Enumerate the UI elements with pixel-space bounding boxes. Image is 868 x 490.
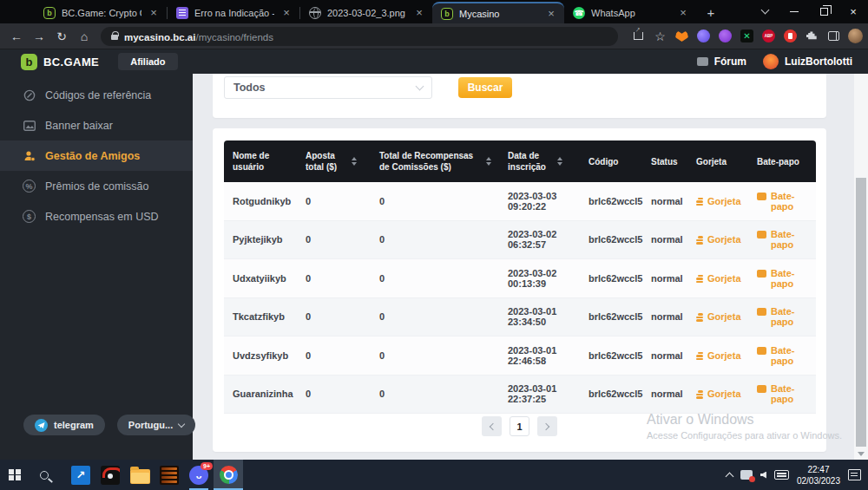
- tab-mycasino-active[interactable]: b Mycasino ×: [432, 2, 564, 23]
- tab-bcgame-home[interactable]: b BC.Game: Crypto Casino Gam ×: [35, 2, 167, 23]
- sort-icon[interactable]: [352, 157, 357, 166]
- current-page-button[interactable]: 1: [510, 416, 529, 436]
- taskbar-stripes-app[interactable]: [155, 460, 184, 490]
- scrollbar-down-arrow-icon[interactable]: [858, 452, 865, 456]
- tip-link[interactable]: Gorjeta: [696, 350, 757, 361]
- buscar-button[interactable]: Buscar: [458, 77, 512, 98]
- remote-app-icon: ↗: [71, 466, 90, 485]
- restore-button[interactable]: [809, 0, 838, 23]
- tab-strip: b BC.Game: Crypto Casino Gam × Erro na I…: [0, 0, 868, 23]
- chat-link[interactable]: Bate-papo: [757, 383, 816, 404]
- new-tab-button[interactable]: +: [703, 4, 719, 20]
- back-icon[interactable]: ←: [5, 29, 28, 43]
- forward-icon[interactable]: →: [28, 29, 50, 43]
- tab-close-icon[interactable]: ×: [148, 7, 160, 19]
- bcgame-logo-icon[interactable]: b: [21, 54, 37, 70]
- forum-link[interactable]: Fórum: [714, 56, 746, 68]
- tab-close-icon[interactable]: ×: [677, 7, 689, 19]
- site-logo-text[interactable]: BC.GAME: [43, 56, 99, 69]
- tab-title: BC.Game: Crypto Casino Gam: [62, 8, 141, 18]
- reload-icon[interactable]: ↻: [50, 29, 73, 43]
- cell-bet-total: 0: [306, 389, 379, 399]
- coin-icon: [696, 390, 703, 399]
- filter-dropdown[interactable]: Todos: [224, 76, 432, 99]
- column-header: Status: [651, 156, 678, 167]
- address-bar[interactable]: mycasino.bc.ai/mycasino/friends: [101, 27, 618, 46]
- tab-png-image[interactable]: 2023-03-02_3.png (1024×76 ×: [300, 2, 432, 23]
- sort-icon[interactable]: [557, 157, 562, 166]
- percent-icon: %: [23, 180, 36, 193]
- extension-red-icon[interactable]: [782, 28, 799, 44]
- taskbar-clock[interactable]: 22:47 02/03/2023: [797, 464, 840, 487]
- coin-icon: [696, 198, 703, 206]
- tip-link[interactable]: Gorjeta: [696, 196, 757, 206]
- extensions-puzzle-icon[interactable]: [804, 28, 820, 44]
- sidebar-item-recompensas-usd[interactable]: $ Recompensas em USD: [0, 201, 193, 232]
- sidebar-item-banner-baixar[interactable]: Banner baixar: [0, 110, 193, 140]
- tip-link[interactable]: Gorjeta: [696, 311, 757, 322]
- bookmark-star-icon[interactable]: ☆: [652, 28, 668, 44]
- profile-avatar[interactable]: [847, 28, 864, 44]
- close-button[interactable]: ×: [838, 0, 868, 23]
- language-selector[interactable]: Portugu...: [117, 415, 195, 435]
- tray-chevron-up-icon[interactable]: [725, 472, 733, 480]
- page-scrollbar[interactable]: [854, 74, 868, 460]
- afiliado-button[interactable]: Afiliado: [118, 53, 177, 70]
- tab-title: 2023-03-02_3.png (1024×76: [327, 8, 407, 18]
- chat-link[interactable]: Bate-papo: [757, 306, 816, 327]
- prev-page-button[interactable]: [482, 416, 502, 436]
- tip-link[interactable]: Gorjeta: [696, 389, 757, 399]
- taskbar-discord[interactable]: ᴗ9+: [184, 460, 214, 490]
- tray-app-alert-icon[interactable]: [740, 470, 753, 480]
- filter-card: Todos Buscar: [213, 74, 826, 118]
- tab-close-icon[interactable]: ×: [413, 7, 425, 19]
- tab-erro-indicacao[interactable]: Erro na Indicação - BC.Game ×: [168, 2, 299, 23]
- taskbar-search-button[interactable]: [30, 460, 59, 490]
- chat-link[interactable]: Bate-papo: [757, 229, 816, 250]
- taskbar-chrome-active[interactable]: [214, 460, 243, 490]
- taskbar-game-app[interactable]: [95, 460, 125, 490]
- keyboard-icon[interactable]: [774, 470, 789, 480]
- start-button[interactable]: [0, 460, 30, 490]
- tab-search-chevron-icon[interactable]: [750, 0, 779, 23]
- minimize-button[interactable]: [779, 0, 809, 23]
- username-label[interactable]: LuizBortolotti: [785, 56, 852, 68]
- volume-icon[interactable]: [760, 472, 766, 479]
- chevron-down-icon: [416, 82, 424, 90]
- action-center-icon[interactable]: [848, 469, 861, 480]
- tip-link[interactable]: Gorjeta: [696, 273, 757, 284]
- page-viewport: b BC.GAME Afiliado Fórum LuizBortolotti …: [0, 49, 868, 460]
- tab-close-icon[interactable]: ×: [280, 7, 293, 19]
- search-icon: [40, 471, 49, 480]
- extension-purple2-icon[interactable]: [717, 28, 733, 44]
- tab-title: WhatsApp: [591, 8, 671, 18]
- side-panel-icon[interactable]: [825, 28, 842, 44]
- sidebar-item-label: Prêmios de comissão: [45, 180, 149, 193]
- taskbar-file-explorer[interactable]: [125, 460, 155, 490]
- extension-x-icon[interactable]: ✕: [739, 28, 755, 44]
- chat-link[interactable]: Bate-papo: [757, 268, 816, 289]
- extension-purple1-icon[interactable]: [695, 28, 712, 44]
- user-avatar[interactable]: [763, 54, 779, 69]
- sort-icon[interactable]: [486, 157, 491, 166]
- bcgame-favicon-icon: b: [43, 7, 56, 19]
- scrollbar-thumb[interactable]: [856, 178, 866, 447]
- table-header-row: Nome de usuário Aposta total ($) Total d…: [224, 140, 816, 182]
- telegram-button[interactable]: telegram: [23, 415, 105, 435]
- sidebar-item-premios-comissao[interactable]: % Prêmios de comissão: [0, 171, 193, 201]
- chat-link[interactable]: Bate-papo: [757, 191, 816, 212]
- next-page-button[interactable]: [537, 416, 557, 436]
- tab-whatsapp[interactable]: ☎ WhatsApp ×: [564, 2, 696, 23]
- sidebar-item-codigos-referencia[interactable]: Códigos de referência: [0, 80, 193, 110]
- taskbar-anydesk-app[interactable]: ↗: [66, 460, 95, 490]
- tab-close-icon[interactable]: ×: [545, 8, 557, 20]
- sidebar-item-gestao-amigos[interactable]: Gestão de Amigos: [0, 140, 193, 171]
- bcgame-favicon-icon: b: [441, 8, 453, 20]
- metamask-extension-icon[interactable]: [674, 28, 690, 44]
- home-icon[interactable]: ⌂: [73, 29, 95, 43]
- cell-status: normal: [651, 350, 696, 361]
- share-icon[interactable]: [630, 28, 647, 44]
- tip-link[interactable]: Gorjeta: [696, 234, 757, 245]
- chat-link[interactable]: Bate-papo: [757, 345, 816, 366]
- adblock-plus-icon[interactable]: ABP: [760, 28, 777, 44]
